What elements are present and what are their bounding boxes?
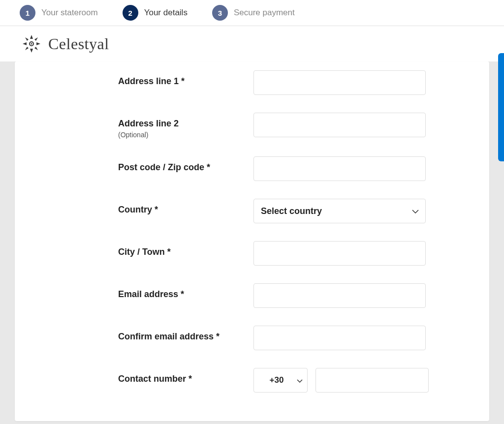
row-confirm-email: Confirm email address * <box>30 317 474 359</box>
step-label-2: Your details <box>144 8 188 18</box>
label-confirm-email: Confirm email address * <box>118 332 224 342</box>
sublabel-address2: (Optional) <box>118 131 224 139</box>
phone-number-input[interactable] <box>315 368 429 393</box>
progress-step-stateroom[interactable]: 1 Your stateroom <box>20 5 98 21</box>
label-country: Country * <box>118 205 224 215</box>
step-circle-2: 2 <box>123 5 138 21</box>
confirm-email-input[interactable] <box>253 326 426 350</box>
row-contact: Contact number * +30 <box>30 359 474 401</box>
row-country: Country * Select country <box>30 190 474 232</box>
row-email: Email address * <box>30 274 474 317</box>
site-header: Celestyal <box>0 26 504 61</box>
label-email: Email address * <box>118 289 224 300</box>
label-city: City / Town * <box>118 247 224 257</box>
guest-form: Address line 1 * Address line 2 (Optiona… <box>15 61 489 421</box>
label-contact: Contact number * <box>118 374 224 384</box>
label-address2: Address line 2 <box>118 119 224 129</box>
country-select[interactable]: Select country <box>253 199 426 223</box>
feedback-tab[interactable] <box>498 53 504 161</box>
address2-input[interactable] <box>253 113 426 137</box>
logo-icon <box>20 32 43 56</box>
logo-text: Celestyal <box>48 35 109 53</box>
svg-point-1 <box>31 43 32 45</box>
page-body: Address line 1 * Address line 2 (Optiona… <box>0 61 504 424</box>
progress-step-payment[interactable]: 3 Secure payment <box>212 5 295 21</box>
step-circle-3: 3 <box>212 5 228 21</box>
row-address2: Address line 2 (Optional) <box>30 104 474 148</box>
row-address1: Address line 1 * <box>30 61 474 104</box>
step-label-3: Secure payment <box>234 8 295 18</box>
step-label-1: Your stateroom <box>41 8 98 18</box>
postcode-input[interactable] <box>253 156 426 181</box>
step-circle-1: 1 <box>20 5 35 21</box>
progress-bar: 1 Your stateroom 2 Your details 3 Secure… <box>0 0 504 26</box>
label-address1: Address line 1 * <box>118 76 224 87</box>
progress-step-details[interactable]: 2 Your details <box>123 5 188 21</box>
row-postcode: Post code / Zip code * <box>30 148 474 190</box>
email-input[interactable] <box>253 283 426 308</box>
row-city: City / Town * <box>30 232 474 274</box>
city-input[interactable] <box>253 241 426 266</box>
label-postcode: Post code / Zip code * <box>118 162 224 173</box>
phone-prefix-select[interactable]: +30 <box>253 368 308 393</box>
address1-input[interactable] <box>253 70 426 95</box>
